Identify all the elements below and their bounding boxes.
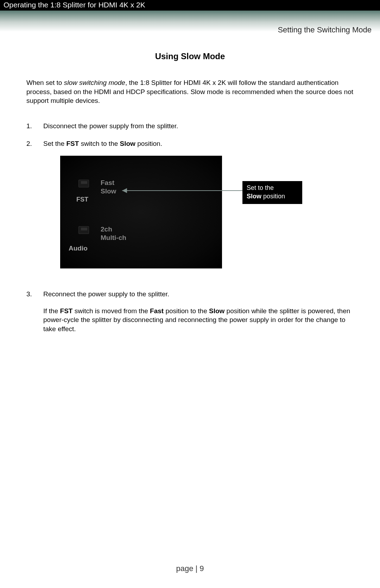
section-title: Using Slow Mode xyxy=(26,51,354,61)
steps-list: Disconnect the power supply from the spl… xyxy=(26,122,354,334)
step-2-b1: FST xyxy=(66,140,79,147)
step-2-mid: switch to the xyxy=(79,140,120,147)
step-1-text: Disconnect the power supply from the spl… xyxy=(43,122,178,130)
callout-line1: Set to the xyxy=(247,184,274,191)
fst-switch xyxy=(78,180,89,187)
footer-page-number: 9 xyxy=(200,564,204,573)
callout-bold: Slow xyxy=(247,193,261,200)
device-label-multi: Multi-ch xyxy=(101,233,126,242)
step-3-note: If the FST switch is moved from the Fast… xyxy=(43,307,354,334)
device-figure: Fast Slow FST 2ch Multi-ch Audio Set to … xyxy=(60,156,354,276)
section-subhead: Setting the Switching Mode xyxy=(0,25,380,35)
device-label-slow: Slow xyxy=(101,187,116,196)
device-label-fst: FST xyxy=(76,195,88,204)
page-footer: page | 9 xyxy=(0,564,380,573)
s3n-b3: Slow xyxy=(209,307,224,315)
audio-switch xyxy=(78,226,89,234)
s3n-m1: switch is moved from the xyxy=(72,307,150,315)
step-2-b2: Slow xyxy=(120,140,135,147)
step-2-post: position. xyxy=(135,140,162,147)
chapter-header: Operating the 1:8 Splitter for HDMI 4K x… xyxy=(0,0,380,11)
s3n-m2: position to the xyxy=(164,307,209,315)
intro-emph: slow switching mode xyxy=(64,79,125,86)
footer-label: page | xyxy=(176,564,200,573)
s3n-pre: If the xyxy=(43,307,60,315)
device-label-audio: Audio xyxy=(69,244,88,253)
chapter-title: Operating the 1:8 Splitter for HDMI 4K x… xyxy=(4,1,145,9)
callout-rest: position xyxy=(261,193,285,200)
s3n-b2: Fast xyxy=(150,307,164,315)
s3n-b1: FST xyxy=(60,307,73,315)
step-2-pre: Set the xyxy=(43,140,66,147)
callout-arrow-head-icon xyxy=(122,188,127,193)
step-3: Reconnect the power supply to the splitt… xyxy=(26,290,354,334)
callout-leader-line xyxy=(122,190,242,191)
step-3-text: Reconnect the power supply to the splitt… xyxy=(43,290,169,298)
step-2: Set the FST switch to the Slow position.… xyxy=(26,139,354,276)
step-1: Disconnect the power supply from the spl… xyxy=(26,122,354,131)
callout-box: Set to the Slow position xyxy=(242,181,302,204)
device-label-fast: Fast xyxy=(101,178,114,187)
intro-paragraph: When set to slow switching mode, the 1:8… xyxy=(26,78,354,105)
page-content: Using Slow Mode When set to slow switchi… xyxy=(0,51,380,334)
device-photo: Fast Slow FST 2ch Multi-ch Audio xyxy=(60,156,222,268)
device-label-2ch: 2ch xyxy=(101,225,112,234)
intro-text-pre: When set to xyxy=(26,79,64,86)
